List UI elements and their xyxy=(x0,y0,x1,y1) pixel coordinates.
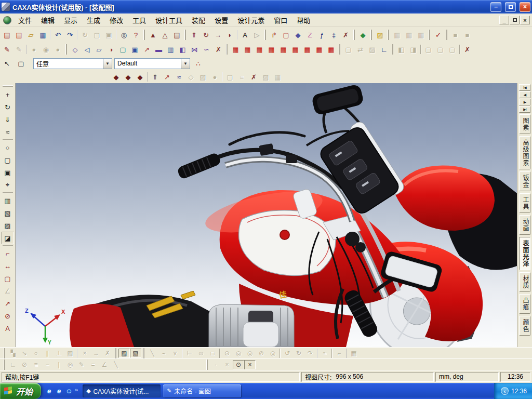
panel-tab[interactable]: 工具 xyxy=(519,193,530,213)
diameter-dim-icon[interactable]: ⊘ xyxy=(2,310,14,322)
panel-tab[interactable]: 材质 xyxy=(519,272,530,292)
section-icon[interactable]: Z xyxy=(304,30,316,40)
revolve-icon[interactable]: ↻ xyxy=(200,30,212,40)
rib-icon[interactable]: ▥ xyxy=(165,44,177,55)
length-dim-icon[interactable]: ↔ xyxy=(2,260,14,272)
edit-feature-icon[interactable]: ↗ xyxy=(161,72,173,82)
corner-icon[interactable]: ∟ xyxy=(378,44,390,55)
cube-9-icon[interactable]: ▦ xyxy=(325,44,337,55)
menu-item[interactable]: 编辑 xyxy=(36,14,59,26)
menu-item[interactable]: 修改 xyxy=(105,14,128,26)
pot-icon[interactable]: ◑ xyxy=(105,44,117,55)
arrow-dim-icon[interactable]: ↗ xyxy=(2,297,14,310)
function-icon[interactable]: ƒ xyxy=(316,30,328,40)
menu-item[interactable]: 设置 xyxy=(210,14,233,26)
panel-tab[interactable]: 表面光泽 xyxy=(519,237,530,270)
menu-item[interactable]: 帮助 xyxy=(292,14,315,26)
smart-motion-2-icon[interactable]: ◆ xyxy=(122,72,134,82)
menu-item[interactable]: 装配 xyxy=(187,14,210,26)
smart-motion-1-icon[interactable]: ◆ xyxy=(110,72,122,82)
wing-icon[interactable]: ⋈ xyxy=(189,44,201,55)
text-wizard-icon[interactable]: A xyxy=(239,30,251,40)
facet-icon[interactable]: ◆ xyxy=(357,30,369,40)
smart-print-icon[interactable]: ▤ xyxy=(171,30,183,40)
panel-nav-button[interactable]: ▶ xyxy=(519,99,530,105)
remove-face-icon[interactable]: ✗ xyxy=(212,44,224,55)
suppress-icon[interactable]: ✗ xyxy=(340,30,352,40)
panel-nav-button[interactable]: ▶I xyxy=(519,106,530,113)
new-icon[interactable]: ▤ xyxy=(1,30,13,40)
cage-icon[interactable]: ◇ xyxy=(69,44,81,55)
point-circle-icon[interactable]: ⊙ xyxy=(233,360,244,369)
point-cross-icon[interactable]: × xyxy=(244,360,256,369)
restore-button[interactable] xyxy=(505,2,516,12)
minimize-button[interactable]: – xyxy=(490,2,501,12)
panel-nav-button[interactable]: ◀ xyxy=(519,91,530,98)
close-button[interactable]: × xyxy=(520,2,530,12)
spring-icon[interactable]: ≈ xyxy=(173,72,185,82)
insert-feature-icon[interactable]: ⇑ xyxy=(149,72,161,82)
flag-icon[interactable]: ▷ xyxy=(251,30,263,40)
menu-item[interactable]: 文件 xyxy=(14,14,36,26)
smart-motion-3-icon[interactable]: ◆ xyxy=(134,72,146,82)
cube-1-icon[interactable]: ▦ xyxy=(230,44,242,55)
box-select-icon[interactable]: ▢ xyxy=(15,58,27,69)
bend-icon[interactable]: ↱ xyxy=(268,30,280,40)
cube-6-icon[interactable]: ▦ xyxy=(289,44,301,55)
assistant-icon[interactable]: ☺ xyxy=(64,386,74,396)
menu-item[interactable]: 工具 xyxy=(128,14,151,26)
folder-lock-icon[interactable]: ▨ xyxy=(374,30,386,40)
trim-icon[interactable]: ▢ xyxy=(117,44,129,55)
panel-tab[interactable]: 动画 xyxy=(519,215,530,235)
zoom-icon[interactable]: ○ xyxy=(2,141,14,154)
target-view-icon[interactable]: ⌖ xyxy=(2,179,14,191)
camera-props-icon[interactable]: ▨ xyxy=(2,219,14,232)
sweep-icon[interactable]: → xyxy=(212,30,224,40)
context-help-icon[interactable]: ? xyxy=(130,30,142,40)
open-icon[interactable]: ▱ xyxy=(25,30,37,40)
zoom-window-icon[interactable]: ▢ xyxy=(2,154,14,166)
cube-8-icon[interactable]: ▦ xyxy=(313,44,325,55)
selection-filter-combo[interactable]: 任意 ▼ xyxy=(33,58,112,69)
chevron-down-icon[interactable]: ▼ xyxy=(103,59,112,69)
quick-launch-overflow[interactable]: » xyxy=(75,387,78,393)
display-mode-icon[interactable]: ▥ xyxy=(2,194,14,207)
shape-copy-icon[interactable]: ▢ xyxy=(280,30,292,40)
sketch-2d-icon[interactable]: ▨ xyxy=(118,349,130,358)
edge-dim-icon[interactable]: ⌐ xyxy=(2,247,14,260)
ie-icon[interactable]: e xyxy=(44,386,54,396)
box-icon[interactable]: ▣ xyxy=(129,44,141,55)
find-icon[interactable]: ◎ xyxy=(118,30,130,40)
chevron-down-icon[interactable]: ▼ xyxy=(181,59,190,69)
knife-icon[interactable]: ◁ xyxy=(81,44,93,55)
viewport-3d[interactable]: 佳 Z X Y xyxy=(16,83,517,347)
fly-icon[interactable]: ⇓ xyxy=(2,113,14,126)
no-snap-icon[interactable]: ✗ xyxy=(461,44,473,55)
zoom-extents-icon[interactable]: ▣ xyxy=(2,166,14,179)
tray-chevron-icon[interactable]: ‹ xyxy=(501,387,509,395)
menu-item[interactable]: 设计工具 xyxy=(151,14,187,26)
loft-icon[interactable]: ◗ xyxy=(224,30,236,40)
panel-tab[interactable]: 颜色 xyxy=(519,316,530,336)
pan-icon[interactable]: + xyxy=(2,88,14,101)
mirror-icon[interactable]: ◧ xyxy=(177,44,189,55)
panel-tab[interactable]: 图素 xyxy=(519,114,530,134)
ie-channel-icon[interactable]: e xyxy=(54,386,64,396)
menu-item[interactable]: 生成 xyxy=(82,14,105,26)
twist-icon[interactable]: ∽ xyxy=(201,44,212,55)
menu-item[interactable]: 显示 xyxy=(59,14,82,26)
menu-item[interactable]: 设计元素 xyxy=(233,14,269,26)
text-dim-icon[interactable]: A xyxy=(2,322,14,335)
extrude-icon[interactable]: ⇑ xyxy=(188,30,200,40)
patch-icon[interactable]: ▱ xyxy=(93,44,105,55)
mdi-minimize-button[interactable]: _ xyxy=(499,16,509,24)
structure-tree-icon[interactable]: ∴ xyxy=(192,58,204,69)
cube-2-icon[interactable]: ▦ xyxy=(242,44,254,55)
panel-nav-button[interactable]: I◀ xyxy=(519,84,530,91)
smart-dimension-icon[interactable]: △ xyxy=(159,30,171,40)
start-button[interactable]: 开始 xyxy=(0,383,41,399)
undo-icon[interactable]: ↶ xyxy=(52,30,64,40)
camera-icon[interactable]: ▧ xyxy=(2,207,14,219)
smart-render-icon[interactable]: ▲ xyxy=(147,30,159,40)
panel-tab[interactable]: 钣金 xyxy=(519,171,530,191)
